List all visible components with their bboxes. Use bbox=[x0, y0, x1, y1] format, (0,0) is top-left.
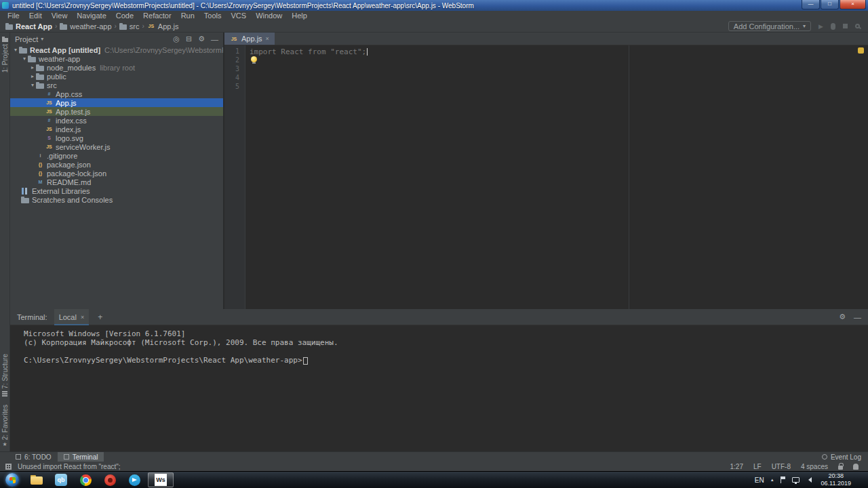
chevron-down-icon[interactable]: ▾ bbox=[21, 54, 28, 63]
tree-item-app-css[interactable]: # App.css bbox=[10, 89, 223, 98]
menu-item-window[interactable]: Window bbox=[251, 11, 287, 20]
tree-item-public[interactable]: ▸ public bbox=[10, 72, 223, 81]
project-tree: ▾ React App [untitled] C:\Users\ZrovnyyS… bbox=[10, 45, 223, 309]
encoding-widget[interactable]: UTF-8 bbox=[772, 463, 791, 470]
indent-widget[interactable]: 4 spaces bbox=[801, 463, 828, 470]
menu-item-edit[interactable]: Edit bbox=[24, 11, 47, 20]
taskbar-webstorm-button[interactable]: Ws bbox=[148, 472, 174, 487]
maximize-button[interactable]: □ bbox=[821, 0, 839, 9]
css-file-icon: # bbox=[45, 118, 54, 123]
markdown-file-icon: M bbox=[36, 180, 45, 184]
stop-icon[interactable] bbox=[843, 24, 848, 28]
menu-item-run[interactable]: Run bbox=[176, 11, 199, 20]
chevron-right-icon[interactable]: ▸ bbox=[29, 63, 36, 72]
menu-item-refactor[interactable]: Refactor bbox=[138, 11, 176, 20]
tab-close-icon[interactable]: × bbox=[81, 314, 84, 321]
code-area[interactable]: import React from "react"; bbox=[246, 45, 868, 309]
terminal-tab-local[interactable]: Local × bbox=[54, 309, 90, 325]
hide-panel-icon[interactable]: — bbox=[211, 35, 218, 43]
tree-item-app-test-js[interactable]: JS App.test.js bbox=[10, 107, 223, 116]
tree-item-node-modules[interactable]: ▸ node_modules library root bbox=[10, 63, 223, 72]
tree-item-logo-svg[interactable]: S logo.svg bbox=[10, 134, 223, 142]
tree-item-src[interactable]: ▾ src bbox=[10, 81, 223, 89]
menu-item-vcs[interactable]: VCS bbox=[226, 11, 252, 20]
run-icon[interactable]: ▶ bbox=[818, 23, 823, 30]
start-button[interactable] bbox=[0, 472, 24, 488]
favorites-stripe-button[interactable]: 2: Favorites ★ bbox=[1, 405, 9, 447]
tree-item-app-js[interactable]: JS App.js bbox=[10, 98, 223, 107]
caret-position-widget[interactable]: 1:27 bbox=[730, 463, 743, 470]
chevron-right-icon[interactable]: ▸ bbox=[29, 72, 36, 81]
minimize-button[interactable]: — bbox=[802, 0, 820, 9]
project-toolwindow: Project ▾ ◎ ⊟ ⚙ — ▾ React App [untitled]… bbox=[10, 33, 224, 309]
taskbar-qb-button[interactable]: qb bbox=[49, 472, 73, 488]
project-stripe-button[interactable]: 1: Project bbox=[1, 37, 9, 73]
tree-item-weather-app[interactable]: ▾ weather-app bbox=[10, 54, 223, 63]
hide-toolwindow-icon[interactable]: — bbox=[854, 313, 861, 321]
breadcrumb-weather-app[interactable]: weather-app bbox=[60, 22, 111, 30]
editor-tab-app-js[interactable]: JS App.js × bbox=[224, 33, 275, 45]
tab-close-icon[interactable]: × bbox=[266, 35, 269, 42]
tree-item-index-css[interactable]: # index.css bbox=[10, 116, 223, 125]
tree-item-scratches[interactable]: Scratches and Consoles bbox=[10, 195, 223, 204]
window-titlebar[interactable]: untitled [C:\Users\ZrovnyySergey\Webstor… bbox=[0, 0, 868, 11]
taskbar-telegram-button[interactable] bbox=[122, 472, 146, 488]
breadcrumb-react-app[interactable]: React App bbox=[5, 22, 52, 30]
project-view-selector[interactable]: Project ▾ bbox=[15, 35, 43, 43]
tray-date: 06.11.2019 bbox=[821, 480, 851, 487]
readonly-lock-icon[interactable] bbox=[838, 466, 843, 470]
add-configuration-button[interactable]: Add Configuration... ▾ bbox=[728, 21, 811, 31]
tree-item-gitignore[interactable]: i .gitignore bbox=[10, 151, 223, 160]
highlighting-level-icon[interactable] bbox=[853, 464, 859, 470]
search-icon[interactable] bbox=[855, 24, 860, 28]
terminal-output[interactable]: Microsoft Windows [Version 6.1.7601] (c)… bbox=[10, 325, 868, 451]
event-log-button[interactable]: Event Log bbox=[822, 453, 868, 461]
locate-file-icon[interactable]: ◎ bbox=[173, 35, 180, 43]
breadcrumb-src[interactable]: src bbox=[119, 22, 140, 30]
editor-body[interactable]: 1 2 3 4 5 import React from "react"; bbox=[224, 45, 868, 309]
tree-item-project-root[interactable]: ▾ React App [untitled] C:\Users\ZrovnyyS… bbox=[10, 45, 223, 54]
network-icon[interactable] bbox=[792, 477, 800, 483]
tree-item-external-libraries[interactable]: External Libraries bbox=[10, 186, 223, 195]
structure-stripe-button[interactable]: 7: Structure bbox=[1, 354, 9, 396]
todo-toolwindow-button[interactable]: 6: TODO bbox=[9, 452, 58, 462]
language-indicator[interactable]: EN bbox=[755, 476, 764, 484]
inspection-indicator[interactable] bbox=[858, 47, 864, 54]
breadcrumb-app-js[interactable]: JS App.js bbox=[147, 22, 179, 30]
taskbar-explorer-button[interactable] bbox=[24, 472, 49, 488]
menu-item-code[interactable]: Code bbox=[111, 11, 138, 20]
taskbar-chrome-button[interactable] bbox=[73, 472, 98, 488]
tree-item-readme-md[interactable]: M README.md bbox=[10, 178, 223, 186]
tree-item-serviceworker-js[interactable]: JS serviceWorker.js bbox=[10, 142, 223, 151]
chevron-down-icon[interactable]: ▾ bbox=[12, 45, 19, 54]
line-separator-widget[interactable]: LF bbox=[753, 463, 762, 470]
menu-item-tools[interactable]: Tools bbox=[199, 11, 226, 20]
intention-bulb-icon[interactable] bbox=[251, 56, 257, 62]
telegram-icon bbox=[129, 474, 140, 486]
chevron-down-icon[interactable]: ▾ bbox=[29, 81, 36, 89]
menu-item-navigate[interactable]: Navigate bbox=[72, 11, 111, 20]
menu-item-view[interactable]: View bbox=[47, 11, 73, 20]
tree-item-package-json[interactable]: {} package.json bbox=[10, 160, 223, 169]
tree-item-package-lock-json[interactable]: {} package-lock.json bbox=[10, 169, 223, 178]
settings-gear-icon[interactable]: ⚙ bbox=[198, 35, 205, 43]
new-terminal-session-button[interactable]: + bbox=[96, 312, 104, 322]
volume-icon[interactable] bbox=[806, 477, 812, 483]
menu-item-help[interactable]: Help bbox=[287, 11, 312, 20]
code-line-1[interactable]: import React from "react"; bbox=[250, 47, 868, 56]
hidden-icons-chevron[interactable]: ▲ bbox=[770, 478, 774, 482]
terminal-toolwindow-button[interactable]: Terminal bbox=[58, 452, 104, 462]
tray-clock[interactable]: 20:38 06.11.2019 bbox=[818, 472, 854, 487]
action-center-flag-icon[interactable] bbox=[781, 476, 786, 483]
taskbar-red-app-button[interactable] bbox=[98, 472, 122, 488]
terminal-settings-gear-icon[interactable]: ⚙ bbox=[839, 312, 846, 321]
collapse-all-icon[interactable]: ⊟ bbox=[186, 35, 192, 43]
line-number: 4 bbox=[224, 74, 245, 83]
close-button[interactable]: × bbox=[840, 0, 866, 9]
menu-item-file[interactable]: File bbox=[3, 11, 24, 20]
terminal-prompt-line[interactable]: C:\Users\ZrovnyySergey\WebstormProjects\… bbox=[24, 356, 868, 365]
toolwindow-switcher-icon[interactable] bbox=[5, 464, 12, 470]
menu-bar: File Edit View Navigate Code Refactor Ru… bbox=[0, 11, 868, 20]
debug-icon[interactable] bbox=[831, 23, 835, 30]
tree-item-index-js[interactable]: JS index.js bbox=[10, 125, 223, 134]
